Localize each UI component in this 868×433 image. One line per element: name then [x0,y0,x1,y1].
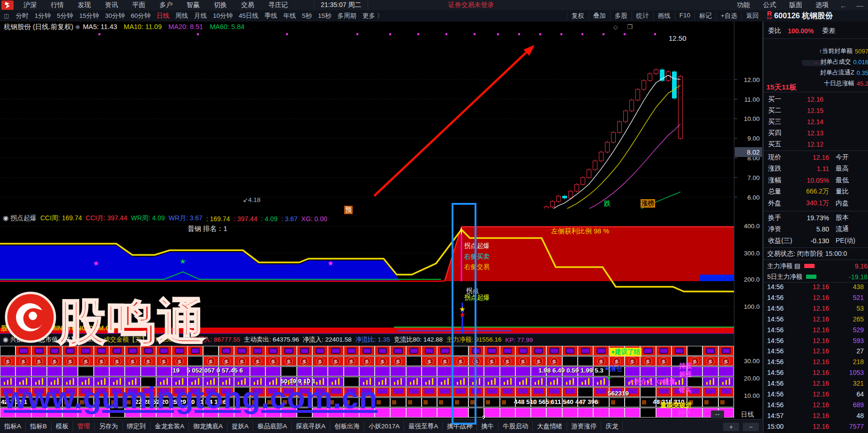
bid-price: 12.16 [791,96,823,103]
tool-F10[interactable]: F10 [675,12,694,20]
trade-tick-row[interactable]: 14:5612.16265 [763,315,868,323]
bottom-tab-模板[interactable]: 模板 [52,422,73,431]
grid-cell [531,377,546,387]
indicator-header[interactable]: ◉ 拐点起爆 CCI周: 169.74 CCI月: 397.44 WR周: 4.… [0,209,734,223]
menu-item-选项[interactable]: 选项 [809,1,835,9]
menu-item-资讯[interactable]: 资讯 [98,1,125,9]
trade-tick-row[interactable]: 14:5612.1664 [763,390,868,398]
period-toolbar: ◫ 分时1分钟5分钟15分钟30分钟60分钟日线周线月线10分钟45日线季线年线… [0,10,763,22]
period-10分钟[interactable]: 10分钟 [210,12,235,20]
period-更多 〉[interactable]: 更多 〉 [360,12,386,20]
zoom-out-button[interactable]: − [743,423,759,431]
period-15分钟[interactable]: 15分钟 [76,12,102,20]
menu-item-发现[interactable]: 发现 [71,1,98,9]
bottom-tab-管理[interactable]: 管理 [73,422,95,431]
period-5分钟[interactable]: 5分钟 [54,12,76,20]
tool-统计[interactable]: 统计 [632,12,653,20]
bottom-tab-绑定到[interactable]: 绑定到 [123,422,151,431]
tool-返回[interactable]: 返回 [741,12,763,20]
bottom-tab-最强至尊A[interactable]: 最强至尊A [404,422,443,431]
period-年线[interactable]: 年线 [280,12,299,20]
window-control[interactable]: — [852,1,868,9]
tool-多股[interactable]: 多股 [610,12,632,20]
trade-tick-row[interactable]: 14:5612.16521 [763,294,868,301]
bottom-tab-指标B[interactable]: 指标B [26,422,52,431]
bottom-tab-金龙套装A[interactable]: 金龙套装A [151,422,189,431]
chart-corner-icons[interactable]: ◇ ❐ [613,23,636,30]
menu-item-行情[interactable]: 行情 [44,1,71,9]
grid-cell: 多 [344,356,359,366]
period-45日线[interactable]: 45日线 [236,12,262,20]
bottom-tab-游资涨停[interactable]: 游资涨停 [567,422,601,431]
grid-cell [390,377,406,387]
tool-+自选[interactable]: +自选 [716,12,741,20]
bottom-tab-指标A[interactable]: 指标A [0,422,26,431]
trade-tick-row[interactable]: 14:5612.1653 [763,305,868,312]
period-季线[interactable]: 季线 [262,12,280,20]
period-分时[interactable]: 分时 [13,12,31,20]
bottom-tab-捉妖A[interactable]: 捉妖A [227,422,253,431]
bottom-tab-另存为[interactable]: 另存为 [95,422,123,431]
main-net-row: 5日主力净额-19.18 [763,271,868,282]
menu-item-版面[interactable]: 版面 [783,1,809,9]
trade-tick-row[interactable]: 14:5712.1648 [763,412,868,419]
tick-volume: 529 [829,326,868,334]
sub-axis-label: 10.00 [735,392,760,399]
period-60分钟[interactable]: 60分钟 [128,12,153,20]
tool-叠加[interactable]: 叠加 [589,12,610,20]
period-多周期[interactable]: 多周期 [334,12,360,20]
trade-tick-row[interactable]: 14:5612.1627 [763,347,868,355]
menu-item-交易[interactable]: 交易 [234,1,261,9]
main-candlestick-chart[interactable]: 12.0011.0010.009.008.007.006.005.004.008… [0,32,763,209]
tick-volume: 265 [829,315,868,323]
bottom-tab-极品底部A[interactable]: 极品底部A [253,422,292,431]
menu-item-多户[interactable]: 多户 [152,1,180,9]
collapse-icon[interactable]: ◉ [75,23,80,30]
period-indicator[interactable]: 日线 [736,411,759,419]
trade-tick-row[interactable]: 14:5612.16218 [763,358,868,366]
grid-cell [250,366,265,376]
period-1分钟[interactable]: 1分钟 [31,12,54,20]
menu-item-智赢[interactable]: 智赢 [180,1,207,9]
zoom-in-button[interactable]: + [723,423,739,431]
menu-item-平面[interactable]: 平面 [125,1,152,9]
trade-tick-row[interactable]: 14:5612.16593 [763,337,868,344]
menu-item-切换[interactable]: 切换 [207,1,234,9]
period-月线[interactable]: 月线 [191,12,210,20]
period-周线[interactable]: 周线 [172,12,191,20]
bottom-tab-擒牛[interactable]: 擒牛 [477,422,498,431]
bottom-tab-创板出海[interactable]: 创板出海 [330,422,364,431]
menu-item-沪深[interactable]: 沪深 [16,1,44,9]
period-日线[interactable]: 日线 [153,12,172,20]
bottom-tab-庆龙[interactable]: 庆龙 [601,422,623,431]
bottom-tab-探底寻妖A[interactable]: 探底寻妖A [292,422,330,431]
window-control[interactable]: ← [835,1,852,9]
bottom-tab-牛股启动[interactable]: 牛股启动 [498,422,533,431]
period-30分钟[interactable]: 30分钟 [102,12,128,20]
trade-tick-row[interactable]: 15:0012.167577 [763,423,868,430]
bottom-tab-大盘情绪[interactable]: 大盘情绪 [533,422,567,431]
menu-item-功能[interactable]: 功能 [730,1,756,9]
bid-row-买四: 买四12.13 [763,127,868,139]
trade-tick-row[interactable]: 14:5612.16529 [763,326,868,334]
menu-item-寻庄记[interactable]: 寻庄记 [261,1,295,9]
period-15秒[interactable]: 15秒 [315,12,335,20]
trade-tick-row[interactable]: 14:5612.16321 [763,380,868,387]
grid-cell [359,346,375,356]
tool-标记[interactable]: 标记 [694,12,716,20]
grid-cell [297,346,312,356]
trade-tick-row[interactable]: 14:5612.161053 [763,369,868,376]
trade-tick-row[interactable]: 14:5612.16438 [763,283,868,291]
period-5秒[interactable]: 5秒 [299,12,315,20]
layout-icon[interactable]: ◫ [0,13,13,19]
grid-cell [437,408,453,418]
tool-画线[interactable]: 画线 [653,12,675,20]
bottom-tab-小妖2017A[interactable]: 小妖2017A [364,422,404,431]
trade-tick-row[interactable]: 14:5612.16689 [763,401,868,409]
grid-cell [0,366,15,376]
indicator-header-part: : 4.09 [261,215,279,223]
tool-复权[interactable]: 复权 [567,12,589,20]
menu-item-公式[interactable]: 公式 [756,1,783,9]
bottom-tab-御龙擒底A[interactable]: 御龙擒底A [189,422,227,431]
collapse-panel-button[interactable]: -- [711,411,724,418]
